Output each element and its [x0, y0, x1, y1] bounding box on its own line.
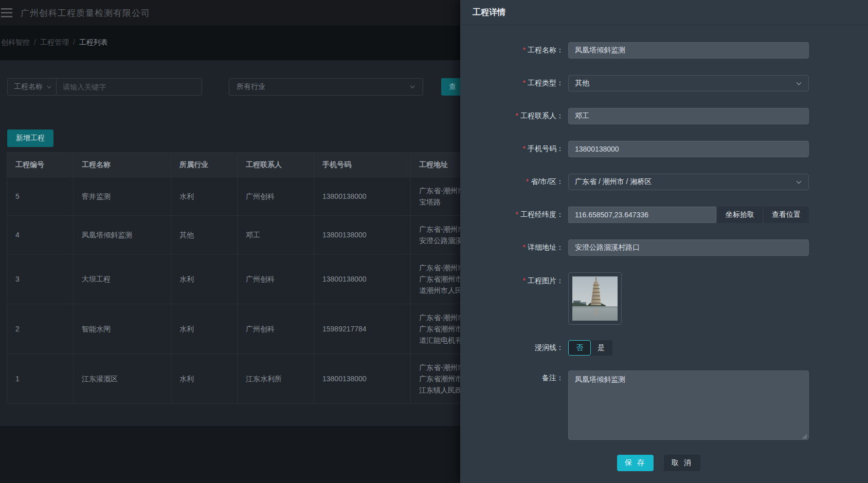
project-detail-drawer: 工程详情 *工程名称： *工程类型： 其他 *工程联系人： *手机号码： *省 [460, 0, 868, 483]
form-row-project-name: *工程名称： [460, 42, 868, 59]
region-cascader[interactable]: 广东省 / 潮州市 / 湘桥区 [568, 174, 809, 190]
project-type-select[interactable]: 其他 [568, 75, 809, 91]
seepage-radio-group: 否 是 [568, 340, 809, 356]
required-mark: * [516, 112, 518, 120]
project-type-value: 其他 [575, 79, 589, 88]
remark-label: 备注： [542, 374, 564, 382]
seepage-option-no[interactable]: 否 [568, 340, 591, 356]
phone-input[interactable] [568, 141, 809, 157]
contact-input[interactable] [568, 108, 809, 124]
chevron-down-icon [795, 179, 802, 185]
project-type-label: 工程类型： [528, 79, 564, 87]
drawer-title: 工程详情 [473, 7, 505, 18]
form-row-remark: 备注： 凤凰塔倾斜监测 [460, 370, 868, 441]
drawer-header: 工程详情 [460, 0, 868, 25]
required-mark: * [523, 46, 526, 54]
drawer-mask[interactable] [0, 0, 460, 483]
view-location-button[interactable]: 查看位置 [764, 207, 809, 223]
required-mark: * [526, 177, 529, 185]
drawer-footer: 保 存 取 消 [617, 455, 700, 471]
form-row-seepage-line: 浸润线： 否 是 [460, 340, 868, 356]
form-row-project-image: *工程图片： [460, 272, 868, 325]
phone-label: 手机号码： [528, 144, 564, 153]
form-row-address: *详细地址： [460, 239, 868, 256]
required-mark: * [523, 276, 526, 285]
project-name-input[interactable] [568, 42, 809, 59]
project-name-label: 工程名称： [528, 46, 564, 54]
form-row-region: *省/市/区： 广东省 / 潮州市 / 湘桥区 [460, 174, 868, 190]
form-row-contact: *工程联系人： [460, 108, 868, 124]
form-row-project-type: *工程类型： 其他 [460, 75, 868, 91]
coordinates-input[interactable] [568, 207, 716, 223]
address-label: 详细地址： [528, 243, 564, 251]
save-button[interactable]: 保 存 [617, 455, 654, 471]
contact-label: 工程联系人： [520, 112, 564, 120]
seepage-line-label: 浸润线： [535, 343, 564, 351]
form-row-coordinates: *工程经纬度： 坐标拾取 查看位置 [460, 207, 868, 223]
coordinates-label: 工程经纬度： [520, 210, 564, 218]
cancel-button[interactable]: 取 消 [664, 455, 700, 471]
drawer-form: *工程名称： *工程类型： 其他 *工程联系人： *手机号码： *省/市/区： [460, 25, 868, 441]
required-mark: * [523, 144, 526, 153]
pick-coordinates-button[interactable]: 坐标拾取 [717, 207, 763, 223]
seepage-option-yes[interactable]: 是 [590, 340, 612, 356]
required-mark: * [516, 210, 518, 218]
chevron-down-icon [795, 80, 802, 87]
required-mark: * [523, 243, 526, 251]
pagoda-photo [572, 276, 618, 321]
required-mark: * [523, 79, 526, 87]
address-input[interactable] [568, 239, 809, 256]
region-value: 广东省 / 潮州市 / 湘桥区 [575, 177, 652, 187]
project-image-label: 工程图片： [528, 276, 564, 285]
form-row-phone: *手机号码： [460, 141, 868, 157]
remark-textarea[interactable]: 凤凰塔倾斜监测 [568, 370, 809, 440]
region-label: 省/市/区： [531, 177, 564, 185]
resize-grip-icon[interactable] [802, 434, 807, 439]
project-image-thumbnail[interactable] [568, 272, 622, 325]
